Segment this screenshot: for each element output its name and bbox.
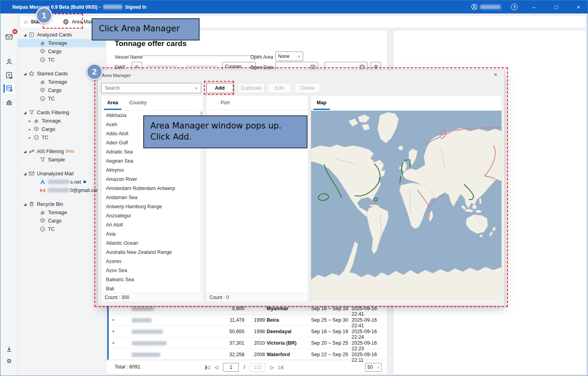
area-list-item[interactable]: Antwerp Hamburg Range [102,202,200,211]
add-button[interactable]: Add [206,83,233,93]
delete-button[interactable]: Delete [295,83,320,93]
tree-item-s-net[interactable]: s.net [18,178,106,186]
tree-item-tc[interactable]: TCTC [18,94,106,103]
page-count: 122 [250,363,265,372]
minimize-button[interactable]: – [528,4,540,10]
area-list-item[interactable]: Anzoategui [102,211,200,220]
table-row[interactable]: ▸37,3012010Victoria (BR)Sep 20 ~ Sep 252… [109,338,386,349]
dwt-min-input[interactable] [146,59,178,66]
laycan-cell: Sep 20 ~ Sep 25 [311,340,348,346]
tree-item-label: TC [42,135,48,140]
duplicate-button[interactable]: Duplicate [238,83,265,93]
caret-collapsed-icon[interactable]: ▸ [27,136,32,140]
area-list-item[interactable]: Andaman Sea [102,193,200,202]
caret-expanded-icon[interactable]: ◢ [23,150,27,153]
account-button[interactable] [471,4,501,10]
tree-item-label: Analyzed Cards [37,32,72,38]
download-button[interactable] [3,343,15,355]
tab-port[interactable]: Port [206,96,235,110]
table-row[interactable]: ▸11,4781999BeiraSep 25 ~ Sep 302025-09-1… [109,315,386,326]
caret-expanded-icon[interactable]: ◢ [23,33,27,37]
contacts-nav-button[interactable] [3,56,15,68]
area-list-item[interactable]: Azov Sea [102,266,200,275]
laycan-cell: Sep 18 ~ Sep 19 [311,329,348,334]
mail-nav-button[interactable]: N [3,31,15,43]
funnel-icon [27,109,35,115]
area-list-item[interactable]: Australia New Zealand Range [102,247,200,257]
tree-item-0-gmail-com[interactable]: 0@gmail.com [18,186,106,194]
cards-nav-button[interactable] [3,69,15,81]
vessel-nav-button[interactable] [3,96,15,108]
page-input[interactable]: 1 [223,363,239,372]
tree-item-recycle-bin[interactable]: ◢Recycle Bin [18,200,106,208]
maximize-button[interactable]: □ [550,4,562,10]
table-row[interactable]: 32,2582008WaterfordSep 22 ~ Sep 252025-0… [109,349,386,361]
page-size-select[interactable]: 50∨ [365,363,382,372]
area-list-item[interactable]: Asia [102,229,200,238]
dwt-cell: 5,600 [212,306,244,311]
step1-marker: 1 [36,7,52,24]
person-circle-icon [471,4,478,10]
help-icon: ? [513,5,516,10]
tree-item-ais-filtering[interactable]: ◢AIS FilteringBeta [18,147,106,155]
redacted-username [103,5,122,9]
tree-item-tc[interactable]: TCTC [18,56,106,64]
total-count: Total : 6091 [115,364,140,370]
settings-button[interactable] [3,355,15,367]
tab-area[interactable]: Area [102,96,124,110]
caret-expanded-icon[interactable]: ◢ [23,172,27,176]
dwt-max-input[interactable] [186,59,217,66]
download-icon [5,345,13,353]
tree-item-tonnage[interactable]: Tonnage [18,208,106,217]
open-area-select[interactable]: None∨ [275,52,303,61]
area-list-item[interactable]: Almyros [102,165,200,175]
tree-item-sample[interactable]: Sample [18,155,106,164]
tree-item-unanalyzed-mail[interactable]: ◢Unanalyzed Mail [18,169,106,178]
search-placeholder: Search [105,85,120,91]
last-page-button[interactable]: ▷ [279,364,283,370]
world-map[interactable] [311,111,502,301]
tab-map[interactable]: Map [311,96,332,110]
caret-collapsed-icon[interactable]: ▸ [27,119,32,123]
tree-item-cards-filtering[interactable]: ◢Cards Filtering [18,108,106,117]
dwt-cell: 32,258 [212,352,244,357]
tree-item-tc[interactable]: ▸TCTC [18,133,106,142]
area-list-item[interactable]: Aegean Sea [102,156,200,165]
first-page-button[interactable]: ◁ [206,364,210,370]
close-button[interactable]: × [573,4,584,10]
tab-country[interactable]: Country [124,96,152,110]
caret-expanded-icon[interactable]: ◢ [23,202,27,206]
table-row[interactable]: ▸50,6551998DeendayalSep 18 ~ Sep 192025-… [109,326,386,338]
area-list-item[interactable]: Azores [102,257,200,266]
vessel-name-input[interactable] [142,49,261,56]
prev-page-button[interactable]: ◁ [215,364,218,370]
tree-item-cargo[interactable]: Cargo [18,86,106,94]
area-list-item[interactable]: Balearic Sea [102,275,200,284]
help-button[interactable]: ? [511,4,518,10]
caret-expanded-icon[interactable]: ◢ [23,111,27,115]
caret-expanded-icon[interactable]: ◢ [23,72,27,76]
area-list-item[interactable]: Ari Atoll [102,220,200,229]
tree-item-tonnage[interactable]: ▸Tonnage [18,117,106,125]
tree-item-tc[interactable]: TCTC [18,225,106,233]
signed-in-label: Signed In [125,4,146,10]
database-nav-button-active[interactable] [3,82,15,94]
tree-item-cargo[interactable]: ▸Cargo [18,125,106,133]
area-list-item[interactable]: Bali [102,284,200,293]
next-page-button[interactable]: ▷ [270,364,274,370]
area-list-item[interactable]: Amsterdam Rotterdam Antwerp [102,184,200,193]
area-list-item[interactable]: Atlantic Ocean [102,238,200,247]
tree-item-cargo[interactable]: Cargo [18,47,106,56]
area-search-combo[interactable]: Search ∨ [101,83,201,93]
area-list-item[interactable]: Adriatic Sea [102,147,200,156]
tree-item-cargo[interactable]: Cargo [18,217,106,225]
edit-button[interactable]: Edit [267,83,291,93]
ship-icon [38,79,46,85]
caret-collapsed-icon[interactable]: ▸ [27,127,32,131]
expand-row-icon[interactable]: ▸ [113,318,115,322]
expand-row-icon[interactable]: ▸ [113,341,115,345]
dialog-close-button[interactable]: × [490,71,501,79]
expand-row-icon[interactable]: ▸ [113,329,115,333]
area-list-item[interactable]: Amazon River [102,175,200,184]
database-icon [5,84,13,92]
